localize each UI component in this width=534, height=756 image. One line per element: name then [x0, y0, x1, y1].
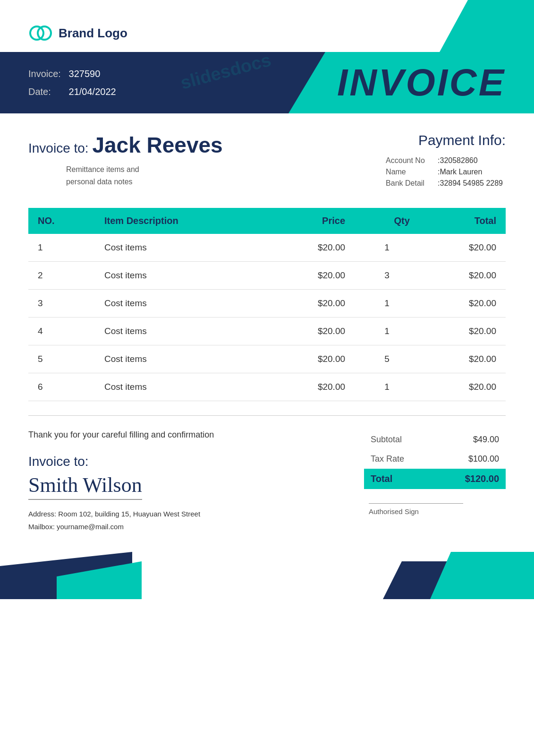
row-no: 3 — [28, 290, 95, 318]
subtotal-row: Subtotal $49.00 — [364, 430, 506, 449]
row-no: 4 — [28, 318, 95, 345]
total-row: Total $120.00 — [364, 469, 506, 489]
invoice-meta: Invoice: 327590 Date: 21/04/2022 — [28, 65, 116, 101]
table-row: 1 Cost items $20.00 1 $20.00 — [28, 234, 506, 262]
row-no: 5 — [28, 345, 95, 373]
footer-address: Address: Room 102, building 15, Huayuan … — [28, 507, 283, 533]
watermark: slidesdocs — [178, 52, 273, 94]
row-total: $20.00 — [419, 262, 506, 290]
invoice-to-section: Invoice to: Jack Reeves Remittance items… — [28, 132, 267, 188]
row-qty: 3 — [355, 262, 419, 290]
table-row: 5 Cost items $20.00 5 $20.00 — [28, 345, 506, 373]
invoice-to-sub: Remittance items and personal data notes — [66, 163, 267, 188]
items-table: NO. Item Description Price Qty Total 1 C… — [28, 208, 506, 401]
payment-account-row: Account No :320582860 — [383, 155, 506, 166]
row-price: $20.00 — [268, 318, 355, 345]
payment-info-title: Payment Info: — [267, 132, 506, 148]
footer-left: Thank you for your careful filling and c… — [28, 430, 283, 533]
tax-value: $100.00 — [434, 449, 506, 469]
row-desc: Cost items — [95, 318, 268, 345]
thank-you-text: Thank you for your careful filling and c… — [28, 430, 283, 440]
footer-section: Thank you for your careful filling and c… — [28, 430, 506, 542]
col-qty: Qty — [355, 208, 419, 234]
payment-table: Account No :320582860 Name :Mark Lauren … — [383, 155, 506, 189]
row-desc: Cost items — [95, 234, 268, 262]
row-no: 6 — [28, 373, 95, 401]
tax-label: Tax Rate — [364, 449, 434, 469]
header-teal-decoration — [440, 0, 534, 52]
address-line1: Address: Room 102, building 15, Huayuan … — [28, 507, 283, 520]
invoice-to-label: Invoice to: — [28, 141, 92, 155]
payment-info-section: Payment Info: Account No :320582860 Name… — [267, 132, 506, 189]
date-label: Date: — [28, 83, 66, 101]
row-price: $20.00 — [268, 262, 355, 290]
row-price: $20.00 — [268, 290, 355, 318]
invoice-sub-line1: Remittance items and — [66, 165, 139, 173]
account-label: Account No — [383, 155, 435, 166]
col-total: Total — [419, 208, 506, 234]
brand-logo-icon — [28, 21, 53, 45]
header-top: Brand Logo — [0, 0, 534, 52]
row-total: $20.00 — [419, 345, 506, 373]
top-section: Invoice to: Jack Reeves Remittance items… — [28, 132, 506, 189]
row-total: $20.00 — [419, 318, 506, 345]
logo-text: Brand Logo — [59, 26, 127, 41]
row-desc: Cost items — [95, 262, 268, 290]
logo-area: Brand Logo — [28, 21, 127, 45]
row-price: $20.00 — [268, 345, 355, 373]
main-content: Invoice to: Jack Reeves Remittance items… — [0, 113, 534, 542]
row-desc: Cost items — [95, 290, 268, 318]
auth-sign-area: Authorised Sign — [364, 503, 506, 515]
row-total: $20.00 — [419, 290, 506, 318]
row-no: 2 — [28, 262, 95, 290]
account-value: :320582860 — [435, 155, 506, 166]
table-row: 2 Cost items $20.00 3 $20.00 — [28, 262, 506, 290]
footer-right: Subtotal $49.00 Tax Rate $100.00 Total $… — [364, 430, 506, 515]
invoice-banner: Invoice: 327590 Date: 21/04/2022 INVOICE… — [0, 52, 534, 113]
invoice-sub-line2: personal data notes — [66, 178, 133, 186]
footer-invoice-to-label: Invoice to: — [28, 454, 283, 469]
bank-label: Bank Detail — [383, 178, 435, 189]
invoice-title: INVOICE — [337, 61, 506, 104]
row-price: $20.00 — [268, 373, 355, 401]
auth-sign-line — [369, 503, 463, 504]
table-row: 3 Cost items $20.00 1 $20.00 — [28, 290, 506, 318]
invoice-label: Invoice: — [28, 65, 66, 83]
name-label: Name — [383, 166, 435, 178]
table-header-row: NO. Item Description Price Qty Total — [28, 208, 506, 234]
address-line2: Mailbox: yourname@mail.com — [28, 520, 283, 533]
section-divider — [28, 415, 506, 416]
tax-row: Tax Rate $100.00 — [364, 449, 506, 469]
name-value: :Mark Lauren — [435, 166, 506, 178]
invoice-date-row: Date: 21/04/2022 — [28, 83, 116, 101]
row-qty: 1 — [355, 290, 419, 318]
auth-sign-text: Authorised Sign — [369, 507, 506, 515]
row-no: 1 — [28, 234, 95, 262]
payment-name-row: Name :Mark Lauren — [383, 166, 506, 178]
invoice-to-name: Jack Reeves — [92, 133, 222, 157]
subtotal-value: $49.00 — [434, 430, 506, 449]
row-qty: 1 — [355, 234, 419, 262]
invoice-number-row: Invoice: 327590 — [28, 65, 116, 83]
invoice-title-area: INVOICE — [337, 61, 506, 104]
col-no: NO. — [28, 208, 95, 234]
signature: Smith Wilson — [28, 473, 142, 500]
col-desc: Item Description — [95, 208, 268, 234]
table-row: 4 Cost items $20.00 1 $20.00 — [28, 318, 506, 345]
row-qty: 1 — [355, 373, 419, 401]
date-value: 21/04/2022 — [69, 86, 116, 97]
row-price: $20.00 — [268, 234, 355, 262]
table-row: 6 Cost items $20.00 1 $20.00 — [28, 373, 506, 401]
row-qty: 1 — [355, 318, 419, 345]
bottom-right-teal-shape — [430, 552, 534, 599]
row-total: $20.00 — [419, 373, 506, 401]
total-label: Total — [364, 469, 434, 489]
invoice-to-header: Invoice to: Jack Reeves — [28, 132, 267, 158]
subtotal-label: Subtotal — [364, 430, 434, 449]
row-desc: Cost items — [95, 373, 268, 401]
invoice-number: 327590 — [69, 69, 101, 79]
items-table-container: NO. Item Description Price Qty Total 1 C… — [28, 208, 506, 401]
totals-table: Subtotal $49.00 Tax Rate $100.00 Total $… — [364, 430, 506, 489]
row-qty: 5 — [355, 345, 419, 373]
total-value: $120.00 — [434, 469, 506, 489]
